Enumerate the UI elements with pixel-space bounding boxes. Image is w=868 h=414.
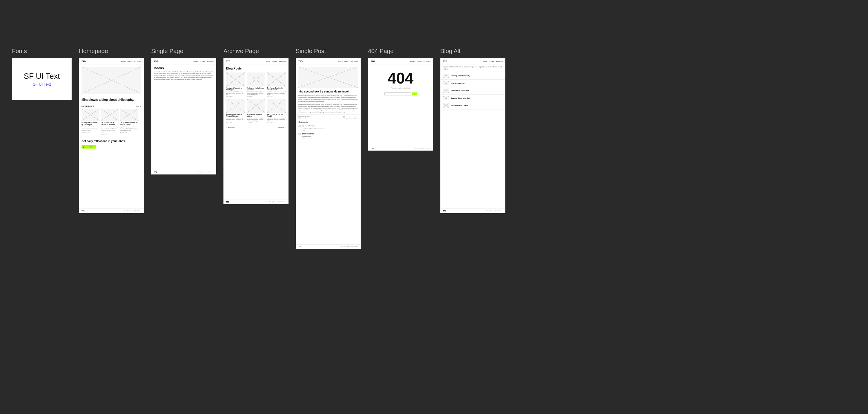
singlepage-nav-about: About: [193, 61, 198, 62]
archivepage-item-6-date: Sept 6, 2021: [267, 122, 286, 124]
archivepage-item-5-excerpt: I feel a cold northern breeze play upon …: [247, 117, 266, 122]
singlepost-content: I am already far north of London, and as…: [296, 95, 361, 113]
page404-nav-about: About: [410, 61, 415, 62]
singlepost-comment-1-date: October 14, 2014 at 10:56 am: [302, 127, 358, 128]
archivepage-older[interactable]: Older Posts →: [278, 127, 286, 128]
blogalt-section: Blog Alt TTG About Books All Posts My na…: [440, 48, 505, 213]
homepage-hero: [82, 67, 141, 94]
blogalt-intro: My name is Nathan, and I write on forums…: [441, 64, 505, 72]
singlepost-comment-2: Adrian DeCarlo says: October 14, 2014 at…: [296, 132, 361, 140]
archivepage-thumb-4: [226, 99, 245, 113]
blogalt-nav-books: Books: [489, 61, 494, 62]
homepage-blog-title: Mindblown: a blog about philosophy.: [79, 96, 144, 103]
singlepost-nav-allposts: All Posts: [351, 61, 358, 62]
archivepage-nav-logo: TTG: [226, 60, 230, 62]
fonts-card: SF UI Text SF UI Text: [12, 58, 72, 100]
page404-search-input[interactable]: [384, 93, 411, 96]
homepage-posts-header: LATEST POSTS View all: [79, 104, 144, 108]
singlepage-nav-logo: TTG: [154, 60, 158, 62]
blogalt-title-1: Naming and Necessity: [451, 75, 470, 77]
singlepost-nav-links: About Books All Posts: [338, 61, 358, 62]
archivepage-nav: TTG About Books All Posts: [224, 59, 288, 64]
singlepage-content: I am already far north of London, and as…: [151, 71, 216, 80]
singlepost-comment-2-avatar: [299, 133, 301, 135]
page404-nav-links: About Books All Posts: [410, 61, 430, 62]
singlepost-comment-2-reply[interactable]: Reply: [302, 138, 358, 139]
archivepage-footer-logo: TTG: [226, 201, 229, 203]
archivepage-card: TTG About Books All Posts Blog Posts Nam…: [223, 58, 288, 204]
homepage-posts-row: Naming and Necessity by Saul Kripke Insp…: [79, 109, 144, 135]
fonts-sub-text: SF UI Text: [33, 82, 51, 87]
singlepost-section: Single Post TTG About Books All Posts Th…: [296, 48, 361, 249]
blogalt-footer-text: Proudly Powered by WordPress: [486, 210, 503, 212]
archivepage-footer: TTG Proudly Powered by WordPress: [224, 200, 288, 204]
fonts-section: Fonts SF UI Text SF UI Text: [12, 48, 72, 100]
blogalt-item-1: Naming and Necessity: [441, 72, 505, 80]
archivepage-item-5-title: Nicomachean Ethics by Aristotle: [247, 114, 266, 117]
homepage-post-1-title: Naming and Necessity by Saul Kripke: [82, 122, 99, 126]
homepage-newsletter-btn[interactable]: join our mailing list: [82, 145, 96, 148]
homepage-newsletter-title: Get daily reflections in your inbox.: [82, 140, 141, 143]
singlepage-footer-logo: TTG: [154, 171, 157, 173]
page404-message: This page could not be found.: [368, 87, 433, 91]
singlepage-nav-books: Books: [200, 61, 205, 62]
singlepost-hero: [299, 67, 358, 88]
page404-nav: TTG About Books All Posts: [368, 59, 433, 64]
fonts-label: Fonts: [12, 48, 27, 55]
singlepage-label: Single Page: [151, 48, 183, 55]
singlepost-comment-1: Hep the Khottron says: October 14, 2014 …: [296, 124, 361, 132]
page404-number: 404: [368, 64, 433, 87]
blogalt-title-4: Beyond Good and Evil: [451, 97, 470, 99]
singlepost-comment-2-text: It is a great read!: [302, 136, 358, 137]
singlepost-footer-logo: TTG: [299, 246, 301, 248]
singlepost-comment-1-reply[interactable]: Reply: [302, 130, 358, 131]
singlepage-nav: TTG About Books All Posts: [151, 59, 216, 64]
archivepage-label: Archive Page: [223, 48, 259, 55]
blogalt-nav-allposts: All Posts: [496, 61, 503, 62]
singlepost-para2: I am already far north of London, and as…: [299, 104, 358, 113]
archivepage-newer[interactable]: ← Newer Posts: [226, 127, 235, 128]
homepage-post-3-date: March 6, 2021: [120, 132, 138, 133]
homepage-view-all[interactable]: View all: [136, 105, 141, 107]
archivepage-footer-text: Proudly Powered by WordPress: [269, 201, 286, 203]
archivepage-item-1-excerpt: Inspired by the mind of all times, my da…: [226, 91, 245, 96]
singlepost-meta-by: by Admin DeCarlo: [299, 117, 310, 119]
homepage-latest-posts-label: LATEST POSTS: [82, 105, 94, 107]
archivepage-item-1-date: Sept 18, 2021: [226, 96, 245, 97]
homepage-footer: TTG Proudly Powered by WordPress: [79, 208, 144, 213]
page404-section: 404 Page TTG About Books All Posts 404 T…: [368, 48, 433, 151]
archivepage-thumb-6: [267, 99, 286, 113]
blogalt-thumb-4: [443, 96, 449, 100]
page404-search-btn[interactable]: [412, 93, 417, 96]
archivepage-item-4-excerpt: Inspired by the mind of all times, my da…: [226, 117, 245, 122]
homepage-footer-logo: TTG: [82, 210, 85, 212]
archivepage-item-3: The Human Condition by Hannah Arendt I t…: [267, 72, 286, 97]
archivepage-nav-allposts: All Posts: [279, 61, 286, 62]
archivepage-item-4-title: Beyond Good and Evil by Friedrich Nietzs…: [226, 114, 245, 117]
singlepost-nav-logo: TTG: [299, 60, 303, 62]
singlepost-meta-tags: Philosophy, Philosophy, Book: [343, 117, 358, 119]
archivepage-item-5: Nicomachean Ethics by Aristotle I feel a…: [247, 99, 266, 123]
archivepage-thumb-3: [267, 72, 286, 87]
homepage-post-3: The Human Condition by Hannah Arendt I t…: [120, 109, 138, 135]
page404-footer: TTG Privately Powered by WordPress: [368, 146, 433, 150]
page404-label: 404 Page: [368, 48, 394, 55]
archivepage-item-2-date: Sept 8, 2021: [247, 96, 266, 97]
homepage-post-2-excerpt: I feel a cold northern breeze play upon …: [101, 126, 119, 133]
blogalt-nav-links: About Books All Posts: [483, 61, 503, 62]
blogalt-thumb-2: [443, 81, 449, 85]
page404-footer-logo: TTG: [371, 147, 374, 149]
archivepage-section: Archive Page TTG About Books All Posts B…: [223, 48, 288, 204]
singlepage-paragraph: I am already far north of London, and as…: [154, 71, 214, 80]
singlepost-comments-title: Comments: [296, 120, 361, 124]
singlepage-section: Single Page TTG About Books All Posts Bo…: [151, 48, 216, 174]
singlepost-comment-2-date: October 14, 2014 at 1:16 pm: [302, 134, 358, 135]
blogalt-footer: TTG Proudly Powered by WordPress: [441, 208, 505, 213]
homepage-post-2: The Second Sex by Simone de Beauvoir I f…: [101, 109, 119, 135]
fonts-main-text: SF UI Text: [24, 72, 60, 81]
blogalt-title-2: The Second Sex: [451, 82, 464, 84]
homepage-post-2-thumb: [101, 109, 119, 121]
singlepost-footer: TTG Proudly Powered by WordPress: [296, 244, 361, 249]
homepage-nav-about: About: [121, 61, 126, 62]
archivepage-item-3-excerpt: I try or let to be persuaded that the pe…: [267, 91, 286, 96]
